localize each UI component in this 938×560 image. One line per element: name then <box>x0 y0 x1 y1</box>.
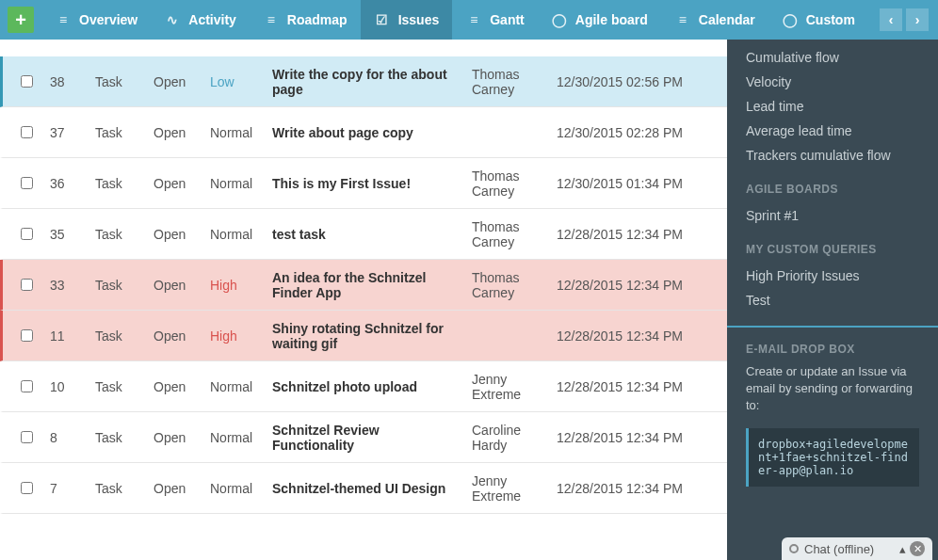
issue-subject[interactable]: Write about page copy <box>272 125 472 140</box>
issue-id: 36 <box>50 176 95 191</box>
row-checkbox[interactable] <box>21 482 33 494</box>
issue-updated: 12/30/2015 02:28 PM <box>557 125 683 140</box>
issue-priority: Normal <box>210 227 272 242</box>
custom-icon: ◯ <box>782 11 799 28</box>
nav-label: Roadmap <box>287 12 348 27</box>
issue-subject[interactable]: Shiny rotating Schnitzel for waiting gif <box>272 321 472 351</box>
issue-updated: 12/28/2015 12:34 PM <box>557 278 683 293</box>
issue-assignee: Caroline Hardy <box>472 423 557 453</box>
sidebar: Cumulative flowVelocityLead timeAverage … <box>727 40 938 560</box>
table-row[interactable]: 36TaskOpenNormalThis is my First Issue!T… <box>0 158 727 209</box>
table-row[interactable]: 7TaskOpenNormalSchnitzel-themed UI Desig… <box>0 463 727 514</box>
chat-close-icon[interactable]: ✕ <box>910 541 925 556</box>
chat-label: Chat (offline) <box>804 542 874 556</box>
issue-tracker: Task <box>95 176 154 191</box>
issue-updated: 12/30/2015 01:34 PM <box>557 176 683 191</box>
chat-expand-icon[interactable]: ▴ <box>899 542 906 556</box>
issue-updated: 12/28/2015 12:34 PM <box>557 430 683 445</box>
row-checkbox[interactable] <box>21 228 33 240</box>
issue-priority: High <box>210 328 272 344</box>
issue-subject[interactable]: Write the copy for the about page <box>272 67 472 97</box>
nav-roadmap[interactable]: ≡Roadmap <box>250 0 361 40</box>
table-row[interactable]: 38TaskOpenLowWrite the copy for the abou… <box>0 56 727 107</box>
sidebar-link[interactable]: Lead time <box>727 94 938 119</box>
issue-id: 11 <box>50 328 95 344</box>
calendar-icon: ≡ <box>674 11 691 28</box>
sidebar-link[interactable]: Velocity <box>727 70 938 94</box>
issue-tracker: Task <box>95 227 154 242</box>
issue-subject[interactable]: This is my First Issue! <box>272 176 472 191</box>
agile-board-link[interactable]: Sprint #1 <box>727 203 938 228</box>
nav-calendar[interactable]: ≡Calendar <box>661 0 768 40</box>
top-nav: + ≡Overview∿Activity≡Roadmap☑Issues≡Gant… <box>0 0 938 40</box>
table-row[interactable]: 33TaskOpenHighAn idea for the Schnitzel … <box>0 260 727 311</box>
issue-assignee: Thomas Carney <box>472 219 557 249</box>
chat-widget[interactable]: Chat (offline) ▴ ✕ <box>782 537 932 560</box>
issue-id: 8 <box>50 430 95 445</box>
issue-status: Open <box>154 176 210 191</box>
issue-priority: Normal <box>210 176 272 191</box>
issue-tracker: Task <box>95 481 154 496</box>
issue-updated: 12/28/2015 12:34 PM <box>557 227 683 242</box>
issue-subject[interactable]: test task <box>272 227 472 242</box>
nav-overview[interactable]: ≡Overview <box>41 0 151 40</box>
issue-status: Open <box>154 74 210 89</box>
row-checkbox[interactable] <box>21 431 33 443</box>
sidebar-link[interactable]: Trackers cumulative flow <box>727 143 938 168</box>
issue-id: 33 <box>50 278 95 293</box>
issue-priority: Normal <box>210 379 272 394</box>
nav-label: Agile board <box>575 12 648 27</box>
issue-subject[interactable]: Schnitzel Review Functionality <box>272 423 472 453</box>
sidebar-link[interactable]: Average lead time <box>727 119 938 143</box>
issues-table: 38TaskOpenLowWrite the copy for the abou… <box>0 40 727 560</box>
issue-tracker: Task <box>95 379 154 394</box>
nav-label: Overview <box>79 12 137 27</box>
nav-activity[interactable]: ∿Activity <box>151 0 250 40</box>
issue-updated: 12/30/2015 02:56 PM <box>557 74 683 89</box>
custom-query-link[interactable]: High Priority Issues <box>727 264 938 288</box>
issue-assignee: Thomas Carney <box>472 67 557 97</box>
table-row[interactable]: 35TaskOpenNormaltest taskThomas Carney12… <box>0 209 727 260</box>
issue-priority: High <box>210 278 272 293</box>
issue-status: Open <box>154 430 210 445</box>
nav-custom[interactable]: ◯Custom <box>768 0 868 40</box>
add-button[interactable]: + <box>8 7 34 33</box>
chat-status-icon <box>789 544 799 553</box>
row-checkbox[interactable] <box>21 279 33 291</box>
issue-subject[interactable]: Schnitzel-themed UI Design <box>272 481 472 496</box>
overview-icon: ≡ <box>55 11 72 28</box>
issue-updated: 12/28/2015 12:34 PM <box>557 379 683 394</box>
nav-gantt[interactable]: ≡Gantt <box>452 0 538 40</box>
issue-subject[interactable]: An idea for the Schnitzel Finder App <box>272 270 472 300</box>
issue-subject[interactable]: Schnitzel photo upload <box>272 379 472 394</box>
row-checkbox[interactable] <box>21 380 33 392</box>
nav-next-button[interactable]: › <box>906 8 929 31</box>
table-row[interactable]: 8TaskOpenNormalSchnitzel Review Function… <box>0 412 727 463</box>
email-dropbox-text: Create or update an Issue via email by s… <box>727 363 938 423</box>
row-checkbox[interactable] <box>21 75 33 88</box>
row-checkbox[interactable] <box>21 177 33 189</box>
custom-query-link[interactable]: Test <box>727 288 938 312</box>
email-dropbox-head: E-MAIL DROP BOX <box>727 328 938 363</box>
sidebar-link[interactable]: Cumulative flow <box>727 45 938 70</box>
table-row[interactable]: 10TaskOpenNormalSchnitzel photo uploadJe… <box>0 361 727 412</box>
agile-boards-head: AGILE BOARDS <box>727 168 938 203</box>
row-checkbox[interactable] <box>21 329 33 342</box>
row-checkbox[interactable] <box>21 126 33 138</box>
issue-assignee: Jenny Extreme <box>472 473 557 504</box>
issue-status: Open <box>154 328 210 344</box>
issue-priority: Normal <box>210 430 272 445</box>
issue-updated: 12/28/2015 12:34 PM <box>557 481 683 496</box>
issue-id: 37 <box>50 125 95 140</box>
nav-issues[interactable]: ☑Issues <box>361 0 453 40</box>
issue-id: 38 <box>50 74 95 89</box>
issue-updated: 12/28/2015 12:34 PM <box>557 328 683 344</box>
nav-prev-button[interactable]: ‹ <box>880 8 902 31</box>
issue-tracker: Task <box>95 74 154 89</box>
nav-agile-board[interactable]: ◯Agile board <box>538 0 661 40</box>
table-row[interactable]: 37TaskOpenNormalWrite about page copy12/… <box>0 107 727 158</box>
email-dropbox-address[interactable]: dropbox+agiledevelopment+1fae+schnitzel-… <box>746 428 919 487</box>
issue-status: Open <box>154 379 210 394</box>
issue-assignee: Thomas Carney <box>472 270 557 300</box>
table-row[interactable]: 11TaskOpenHighShiny rotating Schnitzel f… <box>0 311 727 361</box>
